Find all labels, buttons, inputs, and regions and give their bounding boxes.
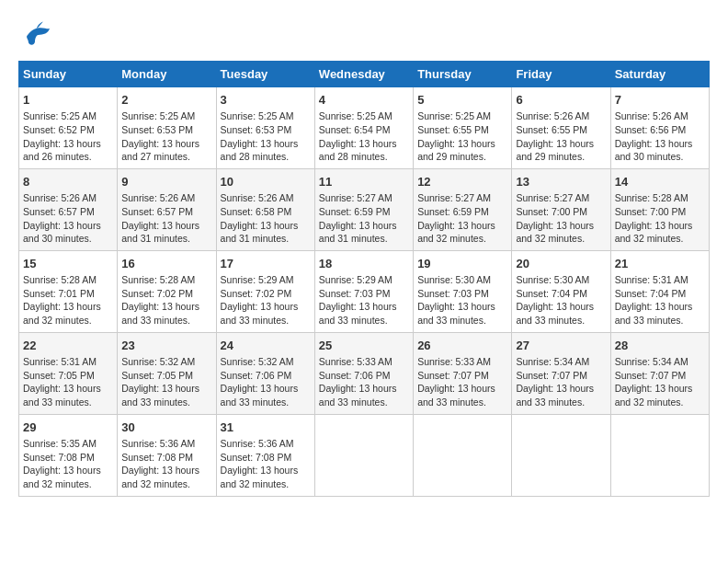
daylight: Daylight: 13 hours and 33 minutes. (516, 301, 594, 326)
sunset: Sunset: 6:52 PM (23, 124, 95, 135)
sunset: Sunset: 7:03 PM (319, 288, 391, 299)
sunset: Sunset: 7:08 PM (121, 452, 193, 463)
sunrise: Sunrise: 5:27 AM (516, 192, 589, 203)
daylight: Daylight: 13 hours and 32 minutes. (23, 301, 101, 326)
sunset: Sunset: 7:07 PM (615, 370, 687, 381)
day-number: 14 (615, 174, 705, 190)
day-number: 11 (319, 174, 409, 190)
day-number: 5 (417, 92, 507, 109)
day-number: 4 (319, 92, 409, 109)
calendar-week-row: 1 Sunrise: 5:25 AM Sunset: 6:52 PM Dayli… (19, 87, 710, 169)
day-number: 7 (615, 92, 705, 109)
sunset: Sunset: 7:02 PM (121, 288, 193, 299)
sunrise: Sunrise: 5:34 AM (516, 356, 589, 367)
day-number: 16 (121, 256, 211, 272)
calendar-day-cell: 22 Sunrise: 5:31 AM Sunset: 7:05 PM Dayl… (19, 332, 118, 414)
day-number: 19 (417, 256, 507, 272)
calendar-day-cell: 31 Sunrise: 5:36 AM Sunset: 7:08 PM Dayl… (216, 414, 314, 496)
sunrise: Sunrise: 5:36 AM (221, 438, 294, 449)
calendar-day-cell: 29 Sunrise: 5:35 AM Sunset: 7:08 PM Dayl… (19, 414, 118, 496)
sunset: Sunset: 7:04 PM (516, 288, 587, 299)
sunrise: Sunrise: 5:25 AM (221, 110, 294, 121)
sunrise: Sunrise: 5:25 AM (417, 110, 491, 121)
day-number: 26 (417, 338, 507, 354)
sunrise: Sunrise: 5:25 AM (319, 110, 392, 121)
day-number: 12 (417, 174, 507, 190)
calendar-day-cell (610, 414, 709, 496)
weekday-header-cell: Friday (512, 62, 610, 87)
day-number: 6 (516, 92, 606, 109)
day-number: 9 (121, 174, 211, 190)
day-number: 25 (319, 338, 409, 354)
daylight: Daylight: 13 hours and 33 minutes. (417, 383, 495, 408)
calendar-day-cell: 21 Sunrise: 5:31 AM Sunset: 7:04 PM Dayl… (610, 250, 709, 332)
day-number: 15 (23, 256, 113, 272)
calendar-day-cell (512, 414, 610, 496)
calendar-day-cell: 14 Sunrise: 5:28 AM Sunset: 7:00 PM Dayl… (610, 168, 709, 250)
daylight: Daylight: 13 hours and 33 minutes. (319, 383, 397, 408)
sunset: Sunset: 7:02 PM (221, 288, 292, 299)
weekday-header-cell: Sunday (19, 62, 118, 87)
calendar-day-cell: 17 Sunrise: 5:29 AM Sunset: 7:02 PM Dayl… (216, 250, 314, 332)
sunrise: Sunrise: 5:35 AM (23, 438, 97, 449)
sunrise: Sunrise: 5:26 AM (121, 192, 195, 203)
daylight: Daylight: 13 hours and 29 minutes. (516, 138, 594, 163)
calendar-day-cell: 6 Sunrise: 5:26 AM Sunset: 6:55 PM Dayli… (512, 87, 610, 169)
sunset: Sunset: 7:00 PM (615, 206, 687, 217)
sunrise: Sunrise: 5:28 AM (615, 192, 688, 203)
sunrise: Sunrise: 5:29 AM (319, 274, 392, 285)
calendar-day-cell: 4 Sunrise: 5:25 AM Sunset: 6:54 PM Dayli… (314, 87, 413, 169)
day-number: 21 (615, 256, 705, 272)
day-number: 20 (516, 256, 606, 272)
daylight: Daylight: 13 hours and 29 minutes. (417, 138, 495, 163)
sunrise: Sunrise: 5:25 AM (121, 110, 195, 121)
sunset: Sunset: 7:05 PM (23, 370, 95, 381)
daylight: Daylight: 13 hours and 33 minutes. (615, 301, 693, 326)
daylight: Daylight: 13 hours and 32 minutes. (221, 465, 299, 489)
calendar-day-cell: 16 Sunrise: 5:28 AM Sunset: 7:02 PM Dayl… (118, 250, 216, 332)
daylight: Daylight: 13 hours and 33 minutes. (221, 383, 299, 408)
sunset: Sunset: 7:08 PM (23, 452, 95, 463)
sunrise: Sunrise: 5:28 AM (121, 274, 195, 285)
day-number: 8 (23, 174, 113, 190)
day-number: 29 (23, 419, 113, 436)
logo-icon (18, 18, 51, 52)
daylight: Daylight: 13 hours and 33 minutes. (23, 383, 101, 408)
sunset: Sunset: 6:55 PM (516, 124, 587, 135)
calendar-day-cell: 9 Sunrise: 5:26 AM Sunset: 6:57 PM Dayli… (118, 168, 216, 250)
weekday-header-cell: Saturday (610, 62, 709, 87)
calendar-table: SundayMondayTuesdayWednesdayThursdayFrid… (18, 61, 710, 497)
logo (18, 18, 55, 52)
sunrise: Sunrise: 5:30 AM (516, 274, 589, 285)
day-number: 10 (221, 174, 311, 190)
day-number: 24 (221, 338, 311, 354)
sunset: Sunset: 7:01 PM (23, 288, 95, 299)
day-number: 1 (23, 92, 113, 109)
daylight: Daylight: 13 hours and 30 minutes. (23, 220, 101, 245)
daylight: Daylight: 13 hours and 33 minutes. (121, 301, 199, 326)
daylight: Daylight: 13 hours and 33 minutes. (516, 383, 594, 408)
sunset: Sunset: 7:07 PM (417, 370, 489, 381)
daylight: Daylight: 13 hours and 27 minutes. (121, 138, 199, 163)
daylight: Daylight: 13 hours and 31 minutes. (121, 220, 199, 245)
sunrise: Sunrise: 5:31 AM (615, 274, 688, 285)
sunset: Sunset: 6:53 PM (221, 124, 292, 135)
daylight: Daylight: 13 hours and 28 minutes. (221, 138, 299, 163)
calendar-day-cell: 5 Sunrise: 5:25 AM Sunset: 6:55 PM Dayli… (414, 87, 512, 169)
calendar-day-cell: 25 Sunrise: 5:33 AM Sunset: 7:06 PM Dayl… (314, 332, 413, 414)
weekday-header-cell: Wednesday (314, 62, 413, 87)
daylight: Daylight: 13 hours and 32 minutes. (516, 220, 594, 245)
sunrise: Sunrise: 5:34 AM (615, 356, 688, 367)
calendar-day-cell: 1 Sunrise: 5:25 AM Sunset: 6:52 PM Dayli… (19, 87, 118, 169)
sunset: Sunset: 6:55 PM (417, 124, 489, 135)
day-number: 18 (319, 256, 409, 272)
calendar-day-cell: 19 Sunrise: 5:30 AM Sunset: 7:03 PM Dayl… (414, 250, 512, 332)
sunset: Sunset: 6:56 PM (615, 124, 687, 135)
sunset: Sunset: 7:06 PM (221, 370, 292, 381)
weekday-header-cell: Tuesday (216, 62, 314, 87)
sunset: Sunset: 7:08 PM (221, 452, 292, 463)
calendar-week-row: 22 Sunrise: 5:31 AM Sunset: 7:05 PM Dayl… (19, 332, 710, 414)
day-number: 17 (221, 256, 311, 272)
daylight: Daylight: 13 hours and 32 minutes. (121, 465, 199, 489)
daylight: Daylight: 13 hours and 32 minutes. (615, 220, 693, 245)
